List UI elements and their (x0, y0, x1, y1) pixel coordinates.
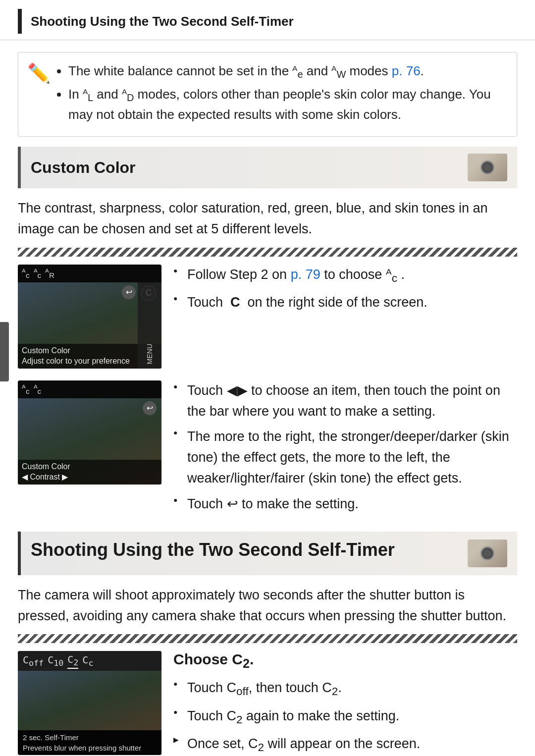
screen-top-bar-1: ᴬc ᴬc ᴬR (18, 265, 161, 282)
link-p76[interactable]: p. 76 (392, 63, 421, 78)
camera-thumbnail (468, 154, 507, 181)
screen-overlay-2: Custom Color ◀ Contrast ▶ (18, 460, 161, 485)
mode-icon-d: ᴬD (122, 87, 134, 101)
timer-icon-2: C2 (67, 653, 78, 669)
custom-color-heading-text: Custom Color (31, 159, 136, 177)
instruction-step-2: Touch C on the right side of the screen. (173, 292, 517, 313)
screen-images-group-2: ᴬc ᴬc ↩ Custom Color ◀ Contrast ▶ (18, 380, 161, 485)
camera-thumbnail-2 (468, 540, 507, 567)
screen-icon-ac2: ᴬc (22, 383, 30, 395)
screen-images-group: ᴬc ᴬc ᴬR ↩ C Custom Color Adjust color t… (18, 265, 161, 369)
mode-icon-e: ᴬe (292, 64, 303, 77)
note-content: The white balance cannot be set in the ᴬ… (58, 61, 506, 127)
screen-image-2: ᴬc ᴬc ↩ Custom Color ◀ Contrast ▶ (18, 380, 161, 485)
page-title: Shooting Using the Two Second Self-Timer (31, 14, 294, 29)
custom-color-heading: Custom Color (18, 147, 517, 188)
camera-lens (481, 161, 494, 174)
timer-sublabel: Prevents blur when pressing shutter butt… (23, 743, 157, 755)
stripe-divider-2 (18, 634, 517, 643)
custom-color-description: The contrast, sharpness, color saturatio… (18, 198, 517, 240)
timer-screen-body (18, 671, 161, 730)
self-timer-heading-text: Shooting Using the Two Second Self-Timer (31, 540, 456, 560)
stripe-divider-1 (18, 248, 517, 257)
mode-icon-l: ᴬL (83, 87, 93, 101)
self-timer-heading: Shooting Using the Two Second Self-Timer (18, 532, 517, 575)
timer-icon-c: Cc (82, 654, 93, 668)
self-timer-block: Coff C10 C2 Cc 2 sec. Self-Timer Prevent… (18, 651, 517, 756)
self-timer-title: Shooting Using the Two Second Self-Timer (31, 540, 395, 560)
screen-body-1: ↩ C Custom Color Adjust color to your pr… (18, 282, 161, 369)
screen-body-2: ↩ Custom Color ◀ Contrast ▶ (18, 398, 161, 485)
screen-icon-bc2: ᴬc (34, 383, 42, 395)
screen-icon-ab: ᴬc (22, 267, 30, 279)
instruction-step-3: Touch ◀▶ to choose an item, then touch t… (173, 380, 517, 422)
note-item-2: In ᴬL and ᴬD modes, colors other than pe… (68, 85, 506, 124)
self-timer-step-1: Touch Coff, then touch C2. (173, 678, 517, 701)
self-timer-description: The camera will shoot approximately two … (18, 585, 517, 627)
screen-icon-br: ᴬR (45, 267, 54, 279)
mode-icon-w: ᴬW (331, 64, 346, 77)
header-bar (18, 9, 22, 34)
page-header: Shooting Using the Two Second Self-Timer (0, 0, 535, 40)
instruction-block-1: ᴬc ᴬc ᴬR ↩ C Custom Color Adjust color t… (18, 265, 517, 369)
screen-overlay-sub-2: ◀ Contrast ▶ (22, 472, 158, 483)
note-box: ✏️ The white balance cannot be set in th… (18, 52, 517, 137)
self-timer-step-3: Once set, C2 will appear on the screen. (173, 734, 517, 756)
timer-icon-10: C10 (48, 654, 63, 668)
self-timer-instructions: Choose C2. Touch Coff, then touch C2. To… (173, 651, 517, 756)
instruction-step-4: The more to the right, the stronger/deep… (173, 427, 517, 489)
note-item-1: The white balance cannot be set in the ᴬ… (68, 61, 506, 82)
choose-heading: Choose C2. (173, 651, 517, 671)
menu-label-1: MENU (146, 344, 154, 364)
timer-icon-off: Coff (23, 654, 44, 668)
screen-icon-gc: ᴬc (34, 267, 42, 279)
screen-image-1: ᴬc ᴬc ᴬR ↩ C Custom Color Adjust color t… (18, 265, 161, 369)
instruction-text-1: Follow Step 2 on p. 79 to choose ᴬc . To… (173, 265, 517, 318)
self-timer-screen-image: Coff C10 C2 Cc 2 sec. Self-Timer Prevent… (18, 651, 161, 755)
screen-top-bar-2: ᴬc ᴬc (18, 380, 161, 398)
instruction-step-1: Follow Step 2 on p. 79 to choose ᴬc . (173, 265, 517, 287)
self-timer-steps: Touch Coff, then touch C2. Touch C2 agai… (173, 678, 517, 756)
choose-label: Choose C2. (173, 651, 254, 671)
camera-lens-2 (481, 546, 494, 560)
timer-screen-caption: 2 sec. Self-Timer Prevents blur when pre… (18, 730, 161, 755)
self-timer-screen-container: Coff C10 C2 Cc 2 sec. Self-Timer Prevent… (18, 651, 161, 755)
instruction-block-2: ᴬc ᴬc ↩ Custom Color ◀ Contrast ▶ Touch … (18, 380, 517, 520)
back-button-2[interactable]: ↩ (143, 401, 157, 415)
screen-overlay-title-1: Custom Color (22, 346, 158, 356)
left-tab (0, 322, 9, 381)
screen-menu-1: MENU (138, 282, 161, 369)
timer-label: 2 sec. Self-Timer (23, 732, 157, 743)
note-icon: ✏️ (27, 62, 51, 84)
self-timer-step-2: Touch C2 again to make the setting. (173, 706, 517, 729)
link-p79[interactable]: p. 79 (291, 267, 321, 282)
screen-overlay-sub-1: Adjust color to your preference (22, 356, 158, 367)
instruction-step-5: Touch ↩ to make the setting. (173, 494, 517, 515)
screen-overlay-title-2: Custom Color (22, 462, 158, 472)
back-button-1[interactable]: ↩ (122, 285, 136, 299)
timer-icons-row: Coff C10 C2 Cc (18, 651, 161, 671)
instruction-text-2: Touch ◀▶ to choose an item, then touch t… (173, 380, 517, 520)
